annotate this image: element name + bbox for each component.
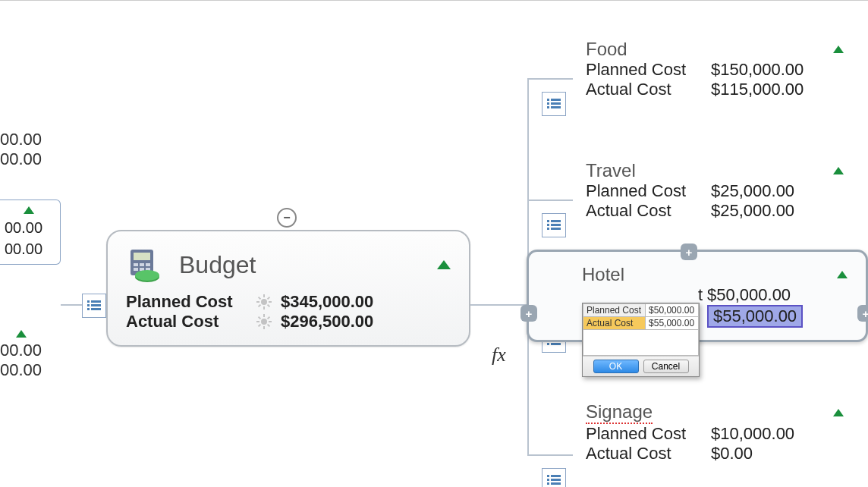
svg-rect-42 [547,228,549,230]
popup-planned-value[interactable]: $50,000.00 [646,304,699,317]
cancel-button[interactable]: Cancel [643,360,689,373]
svg-rect-40 [547,220,549,222]
svg-point-16 [261,299,267,305]
svg-rect-38 [551,102,561,105]
svg-rect-7 [134,253,150,260]
svg-rect-3 [91,300,101,303]
add-above-handle[interactable]: + [681,244,697,260]
planned-cost-label: Planned Cost [586,60,711,80]
budget-node[interactable]: Budget Planned Cost $345,000.00 Actual C… [106,230,470,347]
svg-rect-53 [547,479,549,481]
travel-node[interactable]: Travel Planned Cost$25,000.00 Actual Cos… [580,157,860,224]
svg-rect-41 [547,224,549,226]
list-icon [547,475,561,485]
svg-rect-45 [551,228,561,230]
collapse-toggle[interactable]: − [277,208,297,228]
fx-icon[interactable]: fx [492,344,506,366]
planned-cost-label: Planned Cost [586,424,711,444]
actual-cost-value: $115,000.00 [711,80,804,99]
svg-rect-5 [91,308,101,310]
list-icon-button[interactable] [542,213,566,237]
popup-actual-value[interactable]: $55,000.00 [646,317,699,330]
actual-cost-label: Actual Cost [586,201,711,221]
add-left-handle[interactable]: + [520,305,537,322]
budget-title: Budget [179,251,423,279]
actual-cost-value: $0.00 [711,444,753,463]
list-icon-button[interactable] [542,92,566,116]
svg-rect-22 [267,297,270,300]
svg-rect-52 [547,475,549,477]
actual-cost-label: Actual Cost [586,444,711,463]
svg-rect-30 [258,316,261,319]
collapse-up-icon[interactable] [833,167,844,174]
collapse-up-icon[interactable] [437,260,451,269]
actual-cost-value-selected[interactable]: $55,000.00 [707,305,803,328]
collapse-up-icon[interactable] [837,271,848,278]
list-icon [87,300,101,311]
gear-icon [256,294,272,309]
left-value: 00.00 [0,341,42,360]
svg-rect-43 [551,220,561,222]
cell-edit-popup[interactable]: Planned Cost $50,000.00 Actual Cost $55,… [582,303,700,377]
add-right-handle[interactable]: + [857,305,868,322]
connector-line [527,454,573,456]
planned-cost-value: $150,000.00 [711,60,804,80]
svg-rect-19 [256,301,259,303]
planned-cost-label: Planned Cost [586,181,711,201]
svg-rect-36 [547,106,549,108]
collapse-up-icon[interactable] [833,46,844,53]
left-value: 00.00 [0,360,42,380]
svg-rect-28 [256,321,259,322]
svg-rect-56 [551,479,561,481]
svg-rect-54 [547,482,549,485]
left-fragment-top: 00.00 00.00 [0,130,42,169]
popup-empty-row [583,330,699,356]
ok-button[interactable]: OK [593,360,639,373]
gear-icon [256,314,272,329]
budget-icon [126,247,165,283]
planned-cost-value: $50,000.00 [707,285,791,305]
svg-rect-35 [547,102,549,105]
left-node-mid[interactable]: 00.00 00.00 [0,200,61,265]
food-title: Food [586,39,627,60]
list-icon [547,99,561,109]
svg-rect-0 [87,300,90,303]
svg-rect-57 [551,482,561,485]
signage-node[interactable]: Signage Planned Cost$10,000.00 Actual Co… [580,398,860,467]
collapse-up-icon[interactable] [833,409,844,416]
svg-rect-21 [258,297,261,300]
svg-rect-17 [263,294,265,297]
list-icon-button[interactable] [82,294,106,318]
food-node[interactable]: Food Planned Cost$150,000.00 Actual Cost… [580,36,860,102]
planned-cost-value: $345,000.00 [281,292,373,312]
svg-rect-39 [551,106,561,108]
connector-line [527,200,573,201]
connector-line [527,78,573,80]
planned-cost-value: $25,000.00 [711,181,794,201]
svg-rect-23 [258,304,261,307]
svg-rect-55 [551,475,561,477]
left-value: 00.00 [5,217,52,238]
svg-rect-51 [551,343,561,345]
svg-rect-9 [140,263,144,266]
svg-rect-2 [87,308,90,310]
popup-planned-label: Planned Cost [583,304,646,317]
connector-line [470,304,527,306]
hotel-title: Hotel [582,264,624,285]
list-icon [547,220,561,231]
svg-rect-29 [269,321,272,322]
svg-rect-37 [551,99,561,101]
svg-rect-32 [258,324,261,327]
actual-cost-value: $25,000.00 [711,201,794,221]
svg-rect-33 [267,324,270,327]
planned-cost-label: Planned Cost [126,292,247,312]
collapse-up-icon [24,206,34,214]
svg-rect-26 [263,314,265,317]
list-icon-button[interactable] [542,468,566,487]
svg-point-25 [261,319,267,325]
svg-point-15 [135,270,159,281]
svg-rect-44 [551,224,561,226]
svg-rect-4 [91,304,101,306]
svg-rect-8 [134,263,138,266]
svg-rect-31 [267,316,270,319]
